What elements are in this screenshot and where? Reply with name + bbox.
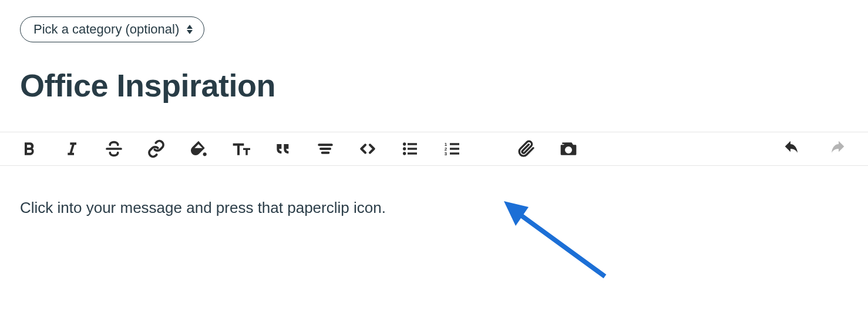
category-select-label: Pick a category (optional) bbox=[33, 22, 179, 37]
svg-point-9 bbox=[403, 152, 406, 155]
svg-rect-18 bbox=[450, 152, 459, 154]
align-icon[interactable] bbox=[316, 139, 335, 158]
text-size-icon[interactable] bbox=[231, 139, 250, 158]
bullet-list-icon[interactable] bbox=[401, 139, 419, 158]
editor-content-area[interactable]: Click into your message and press that p… bbox=[0, 166, 868, 217]
svg-rect-16 bbox=[450, 143, 459, 145]
italic-icon[interactable] bbox=[62, 139, 81, 158]
numbered-list-icon[interactable]: 123 bbox=[443, 139, 462, 158]
svg-rect-12 bbox=[408, 152, 417, 154]
strikethrough-icon[interactable] bbox=[105, 139, 123, 158]
svg-point-7 bbox=[403, 142, 406, 145]
camera-icon[interactable] bbox=[559, 139, 578, 158]
quote-icon[interactable] bbox=[274, 139, 292, 158]
link-icon[interactable] bbox=[147, 139, 166, 158]
svg-rect-10 bbox=[408, 143, 417, 145]
svg-rect-17 bbox=[450, 148, 459, 149]
editor-content-text: Click into your message and press that p… bbox=[20, 199, 848, 217]
editor-toolbar: 123 bbox=[0, 132, 868, 166]
bold-icon[interactable] bbox=[20, 139, 39, 158]
undo-icon[interactable] bbox=[781, 139, 800, 158]
svg-line-21 bbox=[514, 211, 605, 276]
fill-color-icon[interactable] bbox=[189, 139, 208, 158]
svg-text:3: 3 bbox=[445, 151, 448, 156]
svg-marker-0 bbox=[187, 25, 193, 29]
svg-rect-11 bbox=[408, 148, 417, 149]
sort-icon bbox=[186, 25, 193, 34]
code-icon[interactable] bbox=[358, 139, 377, 158]
svg-point-8 bbox=[403, 147, 406, 150]
svg-rect-19 bbox=[562, 142, 565, 144]
svg-point-3 bbox=[203, 152, 207, 156]
redo-icon[interactable] bbox=[829, 139, 848, 158]
svg-marker-1 bbox=[187, 30, 193, 34]
attachment-icon[interactable] bbox=[517, 139, 536, 158]
category-select[interactable]: Pick a category (optional) bbox=[20, 16, 204, 42]
post-title[interactable]: Office Inspiration bbox=[20, 67, 848, 104]
